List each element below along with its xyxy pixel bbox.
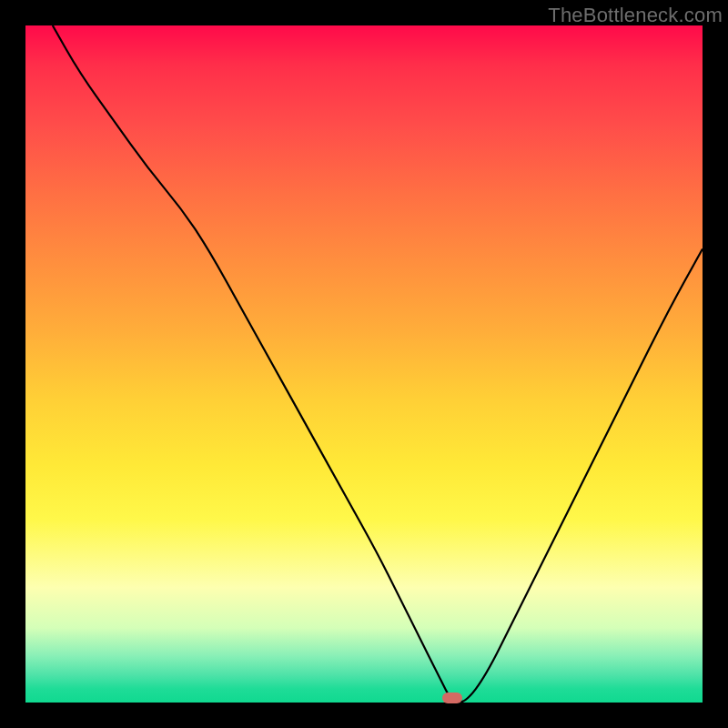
bottleneck-marker — [442, 693, 462, 703]
plot-area — [25, 25, 703, 703]
watermark-text: TheBottleneck.com — [548, 4, 723, 27]
chart-frame: TheBottleneck.com — [0, 0, 728, 728]
